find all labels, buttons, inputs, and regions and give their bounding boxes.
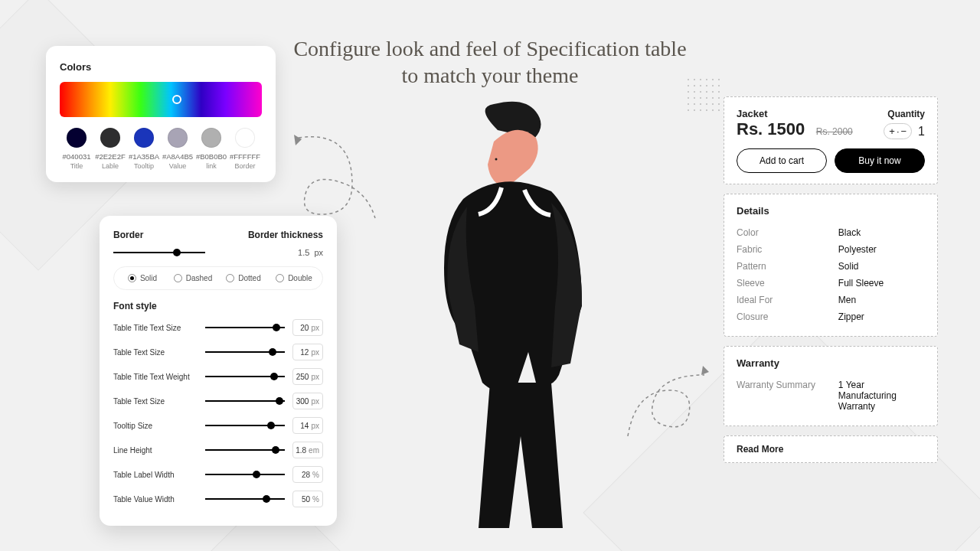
gradient-cursor[interactable] — [172, 95, 181, 104]
arrow-decoration — [291, 130, 383, 230]
setting-value-box[interactable]: 20 px — [292, 319, 323, 336]
font-setting-row: Table Value Width 50 % — [113, 491, 323, 507]
swatch-dot[interactable] — [134, 128, 154, 148]
spec-row: ColorBlack — [737, 224, 925, 241]
swatch-hex: #2E2E2F — [93, 152, 127, 161]
quantity-stepper[interactable]: +·− 1 — [884, 123, 925, 139]
border-heading: Border — [113, 230, 143, 240]
swatch-role: Lable — [102, 162, 119, 170]
spec-key: Pattern — [737, 261, 766, 272]
spec-key: Closure — [737, 311, 768, 322]
setting-value-box[interactable]: 12 px — [292, 344, 323, 360]
swatch-role: Value — [169, 162, 186, 170]
color-swatch[interactable]: #2E2E2F Lable — [93, 128, 127, 170]
setting-value-box[interactable]: 14 px — [292, 417, 323, 434]
swatch-role: link — [206, 162, 217, 170]
setting-value-box[interactable]: 1.8 em — [292, 442, 323, 458]
add-to-cart-button[interactable]: Add to cart — [737, 148, 827, 173]
setting-slider[interactable] — [205, 373, 285, 380]
qty-minus-icon[interactable]: − — [901, 126, 907, 137]
spec-key: Sleeve — [737, 278, 765, 289]
arrow-decoration — [620, 360, 712, 452]
color-swatch[interactable]: #A8A4B5 Value — [161, 128, 194, 170]
details-card: Details ColorBlackFabricPolyesterPattern… — [724, 194, 938, 337]
spec-row: FabricPolyester — [737, 241, 925, 258]
radio-icon — [174, 274, 182, 282]
setting-slider[interactable] — [205, 446, 285, 454]
read-more-button[interactable]: Read More — [724, 435, 938, 463]
swatch-dot[interactable] — [67, 128, 87, 148]
compare-price: Rs. 2000 — [816, 126, 853, 137]
setting-value-box[interactable]: 250 px — [292, 368, 323, 385]
swatch-dot[interactable] — [168, 128, 188, 148]
radio-label: Dotted — [238, 274, 260, 282]
font-setting-row: Table Label Width 28 % — [113, 466, 323, 483]
setting-slider[interactable] — [205, 495, 285, 503]
warranty-value: 1 Year Manufacturing Warranty — [838, 380, 925, 412]
setting-unit: px — [311, 373, 319, 381]
border-thickness-heading: Border thickness — [248, 230, 323, 240]
setting-unit: % — [312, 471, 319, 479]
setting-value: 50 — [302, 495, 310, 504]
colors-heading: Colors — [60, 61, 262, 73]
radio-label: Dashed — [186, 274, 212, 282]
dots-decoration — [685, 77, 724, 115]
setting-value: 12 — [300, 348, 309, 357]
setting-unit: % — [312, 495, 319, 504]
product-name: Jacket — [737, 108, 767, 119]
details-title: Details — [737, 205, 925, 217]
swatch-hex: #FFFFFF — [228, 152, 262, 161]
setting-slider[interactable] — [205, 471, 285, 478]
swatch-dot[interactable] — [201, 128, 221, 148]
font-setting-row: Table Title Text Weight 250 px — [113, 368, 323, 385]
setting-unit: px — [311, 397, 319, 406]
setting-value: 14 — [300, 422, 309, 430]
setting-slider[interactable] — [205, 397, 285, 405]
radio-label: Double — [288, 274, 312, 282]
swatch-hex: #A8A4B5 — [161, 152, 194, 161]
setting-slider[interactable] — [205, 324, 285, 331]
border-style-solid[interactable]: Solid — [119, 270, 166, 286]
setting-label: Table Text Size — [113, 348, 198, 357]
font-setting-row: Line Height 1.8 em — [113, 442, 323, 458]
font-style-heading: Font style — [113, 301, 323, 311]
swatch-role: Title — [70, 162, 83, 170]
border-style-dashed[interactable]: Dashed — [169, 270, 217, 286]
setting-unit: px — [311, 324, 319, 332]
spec-value: Black — [838, 227, 925, 238]
swatch-dot[interactable] — [235, 128, 255, 148]
spec-value: Zipper — [838, 311, 925, 322]
setting-value-box[interactable]: 50 % — [292, 491, 323, 507]
qty-plus-icon[interactable]: + — [889, 126, 895, 137]
setting-value: 250 — [296, 373, 309, 381]
spec-key: Color — [737, 227, 759, 238]
setting-slider[interactable] — [205, 348, 285, 356]
color-swatch[interactable]: #1A35BA Tooltip — [127, 128, 161, 170]
quantity-label: Quantity — [887, 109, 925, 119]
font-setting-row: Table Title Text Size 20 px — [113, 319, 323, 336]
radio-icon — [128, 274, 136, 282]
setting-value-box[interactable]: 300 px — [292, 393, 323, 409]
border-style-double[interactable]: Double — [270, 270, 318, 286]
color-swatch[interactable]: #040031 Title — [60, 128, 93, 170]
buy-now-button[interactable]: Buy it now — [835, 148, 925, 173]
setting-value-box[interactable]: 28 % — [292, 466, 323, 483]
setting-label: Line Height — [113, 446, 198, 455]
color-swatch[interactable]: #B0B0B0 link — [194, 128, 228, 170]
swatch-dot[interactable] — [100, 128, 120, 148]
setting-slider[interactable] — [205, 422, 285, 429]
spec-row: PatternSolid — [737, 258, 925, 275]
setting-label: Table Value Width — [113, 495, 198, 504]
thickness-unit: px — [314, 248, 323, 257]
swatch-role: Border — [234, 162, 255, 170]
quantity-value: 1 — [918, 125, 925, 139]
setting-unit: px — [311, 422, 319, 430]
color-swatch[interactable]: #FFFFFF Border — [228, 128, 262, 170]
border-thickness-slider[interactable] — [113, 249, 205, 256]
color-gradient-slider[interactable] — [60, 82, 262, 117]
spec-key: Ideal For — [737, 295, 773, 305]
product-illustration — [387, 99, 624, 528]
product-preview: Jacket Quantity Rs. 1500 Rs. 2000 +·− 1 … — [724, 96, 938, 463]
border-style-dotted[interactable]: Dotted — [220, 270, 267, 286]
spec-value: Men — [838, 295, 925, 305]
